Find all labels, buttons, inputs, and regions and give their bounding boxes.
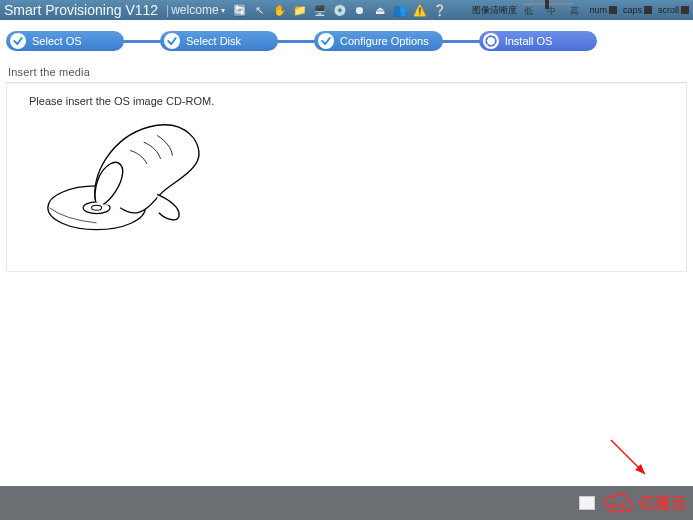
watermark: 亿速云 xyxy=(601,491,687,515)
hand-icon[interactable]: ✋ xyxy=(273,3,287,17)
indicator-caps: caps xyxy=(623,5,652,15)
chevron-down-icon: ▾ xyxy=(221,6,225,15)
progress-icon xyxy=(483,33,499,49)
check-icon xyxy=(10,33,26,49)
svg-point-7 xyxy=(620,504,624,508)
step-install-os[interactable]: Install OS xyxy=(479,31,597,51)
slider-thumb[interactable] xyxy=(545,0,549,9)
disc-icon[interactable]: 💿 xyxy=(333,3,347,17)
quality-high: 高 xyxy=(570,5,579,18)
svg-point-6 xyxy=(611,504,615,508)
status-area: 图像清晰度 低 中 高 num caps scroll xyxy=(468,0,689,20)
title-bar: Smart Provisioning V112 | welcome ▾ 🔄 ↖ … xyxy=(0,0,693,20)
svg-line-4 xyxy=(611,440,645,474)
indicator-scroll: scroll xyxy=(658,5,689,15)
divider: | xyxy=(166,3,169,17)
svg-marker-5 xyxy=(635,464,645,474)
step-connector xyxy=(439,40,483,43)
instruction-text: Please insert the OS image CD-ROM. xyxy=(29,95,672,107)
indicator-num: num xyxy=(589,5,617,15)
check-icon xyxy=(164,33,180,49)
step-configure-options[interactable]: Configure Options xyxy=(314,31,443,51)
users-icon[interactable]: 👥 xyxy=(393,3,407,17)
wizard-steps: Select OS Select Disk Configure Options xyxy=(0,20,693,54)
welcome-label: welcome xyxy=(171,3,218,17)
step-select-disk[interactable]: Select Disk xyxy=(160,31,278,51)
main-panel: Insert the media Please insert the OS im… xyxy=(6,62,687,272)
led-icon xyxy=(644,6,652,14)
record-icon[interactable]: ⏺ xyxy=(353,3,367,17)
led-icon xyxy=(681,6,689,14)
quality-slider[interactable]: 低 中 高 xyxy=(523,3,579,18)
step-label: Select Disk xyxy=(186,35,241,47)
panel-body: Please insert the OS image CD-ROM. xyxy=(6,83,687,272)
step-connector xyxy=(274,40,318,43)
app-title: Smart Provisioning V112 xyxy=(0,2,164,18)
annotation-arrow-icon xyxy=(605,434,655,484)
footer-checkbox[interactable] xyxy=(579,496,595,510)
toolbar-icons: 🔄 ↖ ✋ 📁 🖥️ 💿 ⏺ ⏏ 👥 ⚠️ ❔ xyxy=(233,3,447,17)
refresh-icon[interactable]: 🔄 xyxy=(233,3,247,17)
step-label: Configure Options xyxy=(340,35,429,47)
quality-low: 低 xyxy=(524,5,533,18)
screens-icon[interactable]: 🖥️ xyxy=(313,3,327,17)
step-label: Install OS xyxy=(505,35,553,47)
svg-point-0 xyxy=(486,36,496,46)
step-label: Select OS xyxy=(32,35,82,47)
folder-icon[interactable]: 📁 xyxy=(293,3,307,17)
eject-icon[interactable]: ⏏ xyxy=(373,3,387,17)
watermark-text: 亿速云 xyxy=(639,493,687,514)
help-icon[interactable]: ❔ xyxy=(433,3,447,17)
quality-label: 图像清晰度 xyxy=(472,4,517,17)
cd-insert-illustration xyxy=(31,115,672,249)
step-connector xyxy=(120,40,164,43)
check-icon xyxy=(318,33,334,49)
welcome-menu[interactable]: welcome ▾ xyxy=(171,3,224,17)
svg-point-3 xyxy=(92,205,102,210)
step-select-os[interactable]: Select OS xyxy=(6,31,124,51)
cursor-icon[interactable]: ↖ xyxy=(253,3,267,17)
led-icon xyxy=(609,6,617,14)
slider-track[interactable] xyxy=(523,3,573,5)
cloud-logo-icon xyxy=(601,491,635,515)
footer-bar: 亿速云 xyxy=(0,486,693,520)
warning-icon[interactable]: ⚠️ xyxy=(413,3,427,17)
panel-title: Insert the media xyxy=(6,62,687,83)
